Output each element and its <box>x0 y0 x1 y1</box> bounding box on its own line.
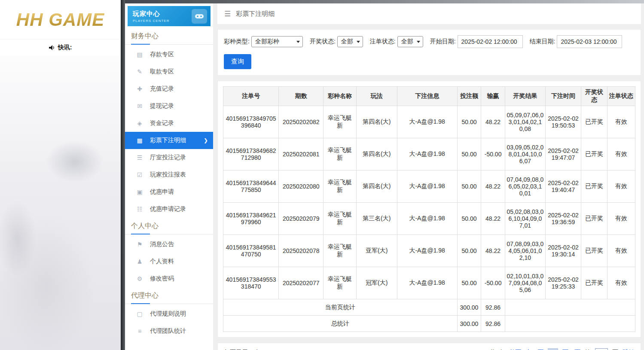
sidebar-item-announcements[interactable]: ⚑消息公告 <box>125 236 213 253</box>
column-header: 彩种名称 <box>324 87 357 106</box>
cell-play-type: 亚军(大) <box>356 235 397 267</box>
current-page-indicator[interactable]: 1 <box>548 348 558 350</box>
cell-bet-amount: 50.00 <box>457 138 481 170</box>
promo-apply-record-icon: ☷ <box>136 206 143 213</box>
sidebar-item-label: 代理团队统计 <box>150 327 186 335</box>
lottery-type-label: 彩种类型: <box>224 38 250 46</box>
cell-bet-info: 大-A盘@1.98 <box>397 106 457 138</box>
sidebar-item-recharge-record[interactable]: ✚充值记录 <box>125 80 213 97</box>
topbar: ☰ 彩票下注明细 <box>217 3 641 24</box>
cell-draw-status: 已开奖 <box>581 235 607 267</box>
order-status-label: 注单状态: <box>370 38 396 46</box>
cell-period: 20250202077 <box>279 267 324 299</box>
cell-bet-time: 2025-02-02 19:40:47 <box>545 170 581 203</box>
cell-lottery-name: 幸运飞艇新 <box>324 138 357 170</box>
sidebar-item-funds-record[interactable]: ◈资金记录 <box>125 115 213 132</box>
cashout-record-icon: ✉ <box>136 103 143 110</box>
sidebar-item-withdraw-zone[interactable]: ✎取款专区 <box>125 63 213 80</box>
cell-bet-time: 2025-02-02 19:47:07 <box>545 138 581 170</box>
cell-win-loss: -50.00 <box>481 267 505 299</box>
announcements-icon: ⚑ <box>136 241 143 248</box>
cell-play-type: 第四名(大) <box>356 170 397 203</box>
cell-bet-info: 大-A盘@1.98 <box>397 170 457 203</box>
cell-play-type: 冠军(大) <box>356 267 397 299</box>
start-date-input[interactable] <box>458 35 523 48</box>
draw-status-value: 全部 <box>341 38 353 46</box>
sidebar-item-label: 修改密码 <box>150 275 174 283</box>
sidebar-item-hall-bet-record[interactable]: ☰厅室投注记录 <box>125 149 213 166</box>
cell-bet-info: 大-A盘@1.98 <box>397 235 457 267</box>
sidebar-item-lottery-bet-details[interactable]: ▦彩票下注明细❯ <box>125 132 213 149</box>
cell-order-status: 有效 <box>607 203 635 235</box>
cell-bet-info: 大-A盘@1.98 <box>397 267 457 299</box>
table-row: 40156917384962197996020250202079幸运飞艇新第三名… <box>223 203 635 235</box>
agent-rules-icon: ▢ <box>136 310 143 317</box>
column-header: 玩法 <box>356 87 397 106</box>
cell-bet-time: 2025-02-02 19:36:59 <box>545 203 581 235</box>
page-title: 彩票下注明细 <box>236 10 275 18</box>
table-row: 40156917384955331847020250202077幸运飞艇新冠军(… <box>223 267 635 299</box>
summary-bet-total: 300.00 <box>457 316 481 332</box>
end-date-label: 结束日期: <box>530 38 555 46</box>
cell-draw-result: 07,08,09,03,04,05,06,01,02,10 <box>505 235 545 267</box>
draw-status-select[interactable]: 全部 <box>337 36 363 47</box>
sidebar-header-text: 玩家中心 PLAYERS CENTER <box>133 10 169 23</box>
summary-bet-total: 300.00 <box>457 299 481 316</box>
draw-status-label: 开奖状态: <box>310 38 336 46</box>
summary-empty <box>505 299 635 316</box>
table-header-row: 注单号期数彩种名称玩法下注信息投注额输赢开奖结果下注时间开奖状态注单状态 <box>223 87 635 106</box>
column-header: 注单号 <box>223 87 279 106</box>
sidebar-subtitle: PLAYERS CENTER <box>133 19 169 23</box>
sidebar-item-agent-rules[interactable]: ▢代理规则说明 <box>125 305 213 323</box>
table-row: 40156917384958147075020250202078幸运飞艇新亚军(… <box>223 235 635 267</box>
filter-card: 彩种类型: 全部彩种 开奖状态: 全部 注单状态: 全部 开始日期: 结束日期: <box>217 29 641 76</box>
cell-order-id: 401569173849581470750 <box>223 235 279 267</box>
column-header: 期数 <box>279 87 324 106</box>
start-date-label: 开始日期: <box>430 38 456 46</box>
sidebar-item-change-password[interactable]: ⚙修改密码 <box>125 270 213 287</box>
lottery-type-value: 全部彩种 <box>255 38 279 46</box>
sidebar-item-label: 厅室投注记录 <box>150 154 186 161</box>
cell-lottery-name: 幸运飞艇新 <box>324 106 357 138</box>
sidebar-item-label: 个人资料 <box>150 258 174 265</box>
end-date-input[interactable] <box>557 35 622 48</box>
cell-win-loss: 48.22 <box>481 235 505 267</box>
sidebar-item-agent-team-stats[interactable]: ≡代理团队统计 <box>125 323 213 340</box>
cell-period: 20250202078 <box>279 235 324 267</box>
bet-table: 注单号期数彩种名称玩法下注信息投注额输赢开奖结果下注时间开奖状态注单状态 401… <box>223 86 635 332</box>
sidebar-section-title: 个人中心 <box>125 218 213 234</box>
order-status-select[interactable]: 全部 <box>397 36 423 47</box>
agent-team-stats-icon: ≡ <box>136 328 143 335</box>
cell-bet-time: 2025-02-02 19:25:33 <box>545 267 581 299</box>
sidebar-item-deposit-zone[interactable]: ▤存款专区 <box>125 46 213 63</box>
sidebar-item-label: 彩票下注明细 <box>150 137 186 144</box>
query-button[interactable]: 查询 <box>224 54 251 69</box>
sidebar-item-promo-apply-record[interactable]: ☷优惠申请记录 <box>125 201 213 218</box>
summary-win-total: 92.86 <box>481 299 505 316</box>
column-header: 开奖状态 <box>581 87 607 106</box>
change-password-icon: ⚙ <box>136 275 143 282</box>
top-strip <box>125 0 644 3</box>
recharge-record-icon: ✚ <box>136 85 143 92</box>
lottery-type-select[interactable]: 全部彩种 <box>251 36 303 47</box>
sidebar-item-label: 资金记录 <box>150 119 174 127</box>
sidebar-item-label: 玩家投注报表 <box>150 171 186 179</box>
table-body: 40156917384970539684020250202082幸运飞艇新第四名… <box>223 106 635 299</box>
sidebar-item-profile[interactable]: ♟个人资料 <box>125 253 213 270</box>
cell-order-id: 401569173849553318470 <box>223 267 279 299</box>
sidebar-item-promo-apply[interactable]: ▣优惠申请 <box>125 183 213 201</box>
sidebar-item-cashout-record[interactable]: ✉提现记录 <box>125 97 213 115</box>
summary-label: 总统计 <box>223 316 458 332</box>
cell-lottery-name: 幸运飞艇新 <box>324 203 357 235</box>
cell-lottery-name: 幸运飞艇新 <box>324 267 357 299</box>
sidebar-item-player-bet-report[interactable]: ☑玩家投注报表 <box>125 166 213 183</box>
cell-bet-amount: 50.00 <box>457 267 481 299</box>
sidebar-item-label: 代理规则说明 <box>150 310 186 318</box>
column-header: 输赢 <box>481 87 505 106</box>
filter-row: 彩种类型: 全部彩种 开奖状态: 全部 注单状态: 全部 开始日期: 结束日期: <box>224 35 635 48</box>
table-row: 40156917384964477585020250202080幸运飞艇新第四名… <box>223 170 635 203</box>
cell-draw-status: 已开奖 <box>581 170 607 203</box>
page-jump-input[interactable] <box>595 348 608 350</box>
menu-toggle-icon[interactable]: ☰ <box>224 9 231 18</box>
summary-win-total: 92.86 <box>481 316 505 332</box>
